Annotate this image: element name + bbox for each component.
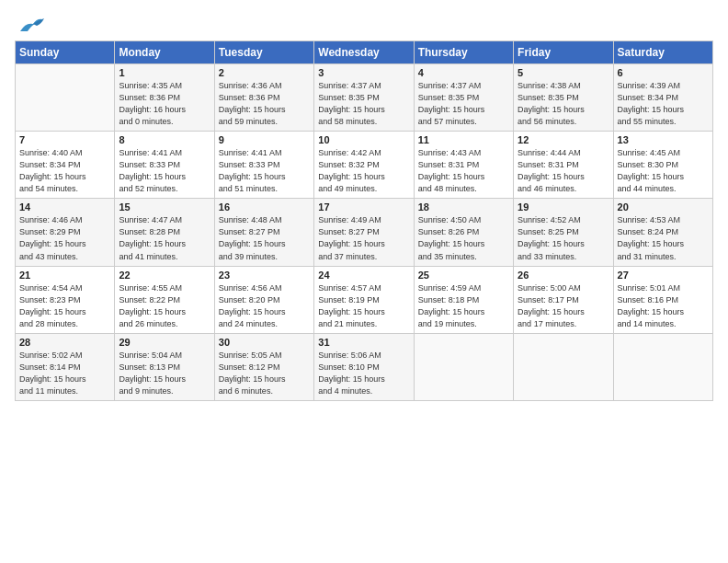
calendar-cell: 20Sunrise: 4:53 AMSunset: 8:24 PMDayligh… [613, 199, 712, 266]
day-number: 5 [518, 67, 609, 78]
day-info: Sunrise: 5:01 AMSunset: 8:16 PMDaylight:… [618, 282, 709, 330]
calendar-cell: 18Sunrise: 4:50 AMSunset: 8:26 PMDayligh… [414, 199, 513, 266]
day-info: Sunrise: 4:53 AMSunset: 8:24 PMDaylight:… [618, 214, 709, 262]
calendar-cell: 1Sunrise: 4:35 AMSunset: 8:36 PMDaylight… [115, 64, 214, 132]
calendar-cell: 25Sunrise: 4:59 AMSunset: 8:18 PMDayligh… [414, 266, 513, 333]
day-info: Sunrise: 4:41 AMSunset: 8:33 PMDaylight:… [119, 147, 210, 195]
calendar-header-row: SundayMondayTuesdayWednesdayThursdayFrid… [16, 41, 713, 64]
day-info: Sunrise: 4:35 AMSunset: 8:36 PMDaylight:… [119, 80, 210, 128]
calendar-cell: 10Sunrise: 4:42 AMSunset: 8:32 PMDayligh… [314, 132, 414, 199]
weekday-header-wednesday: Wednesday [314, 41, 414, 64]
day-info: Sunrise: 4:44 AMSunset: 8:31 PMDaylight:… [518, 147, 609, 195]
calendar-cell: 9Sunrise: 4:41 AMSunset: 8:33 PMDaylight… [214, 132, 313, 199]
day-info: Sunrise: 5:02 AMSunset: 8:14 PMDaylight:… [19, 350, 110, 397]
calendar-cell: 5Sunrise: 4:38 AMSunset: 8:35 PMDaylight… [514, 64, 613, 132]
calendar-cell: 12Sunrise: 4:44 AMSunset: 8:31 PMDayligh… [514, 132, 613, 199]
day-number: 31 [318, 337, 409, 348]
calendar-cell: 8Sunrise: 4:41 AMSunset: 8:33 PMDaylight… [115, 132, 214, 199]
logo [15, 15, 44, 35]
day-number: 13 [618, 134, 709, 145]
logo-bird-icon [18, 15, 44, 35]
day-info: Sunrise: 4:37 AMSunset: 8:35 PMDaylight:… [318, 80, 409, 128]
calendar-cell: 4Sunrise: 4:37 AMSunset: 8:35 PMDaylight… [414, 64, 513, 132]
weekday-header-thursday: Thursday [414, 41, 513, 64]
day-number: 20 [618, 201, 709, 213]
day-info: Sunrise: 4:49 AMSunset: 8:27 PMDaylight:… [318, 214, 409, 262]
calendar-week-row: 7Sunrise: 4:40 AMSunset: 8:34 PMDaylight… [16, 132, 713, 199]
calendar-cell: 26Sunrise: 5:00 AMSunset: 8:17 PMDayligh… [514, 266, 613, 333]
day-number: 2 [219, 67, 310, 78]
day-info: Sunrise: 4:38 AMSunset: 8:35 PMDaylight:… [518, 80, 609, 128]
calendar-cell: 6Sunrise: 4:39 AMSunset: 8:34 PMDaylight… [613, 64, 712, 132]
calendar-cell: 22Sunrise: 4:55 AMSunset: 8:22 PMDayligh… [115, 266, 214, 333]
day-number: 11 [418, 134, 509, 145]
day-info: Sunrise: 4:52 AMSunset: 8:25 PMDaylight:… [518, 214, 609, 262]
day-info: Sunrise: 4:42 AMSunset: 8:32 PMDaylight:… [318, 147, 409, 195]
day-info: Sunrise: 4:57 AMSunset: 8:19 PMDaylight:… [318, 282, 409, 330]
calendar-cell: 21Sunrise: 4:54 AMSunset: 8:23 PMDayligh… [16, 266, 115, 333]
calendar-cell: 31Sunrise: 5:06 AMSunset: 8:10 PMDayligh… [314, 333, 414, 400]
day-number: 14 [19, 201, 110, 213]
day-info: Sunrise: 4:55 AMSunset: 8:22 PMDaylight:… [119, 282, 210, 330]
day-number: 25 [418, 270, 509, 281]
calendar-cell: 14Sunrise: 4:46 AMSunset: 8:29 PMDayligh… [16, 199, 115, 266]
day-info: Sunrise: 4:40 AMSunset: 8:34 PMDaylight:… [19, 147, 110, 195]
day-info: Sunrise: 4:45 AMSunset: 8:30 PMDaylight:… [618, 147, 709, 195]
day-info: Sunrise: 4:48 AMSunset: 8:27 PMDaylight:… [219, 214, 310, 262]
day-number: 16 [219, 201, 310, 213]
day-info: Sunrise: 4:39 AMSunset: 8:34 PMDaylight:… [618, 80, 709, 128]
day-info: Sunrise: 4:41 AMSunset: 8:33 PMDaylight:… [219, 147, 310, 195]
day-number: 29 [119, 337, 210, 348]
calendar-cell: 24Sunrise: 4:57 AMSunset: 8:19 PMDayligh… [314, 266, 414, 333]
calendar-cell: 7Sunrise: 4:40 AMSunset: 8:34 PMDaylight… [16, 132, 115, 199]
day-info: Sunrise: 4:37 AMSunset: 8:35 PMDaylight:… [418, 80, 509, 128]
day-info: Sunrise: 4:54 AMSunset: 8:23 PMDaylight:… [19, 282, 110, 330]
day-info: Sunrise: 5:06 AMSunset: 8:10 PMDaylight:… [318, 350, 409, 397]
weekday-header-sunday: Sunday [16, 41, 115, 64]
calendar-week-row: 28Sunrise: 5:02 AMSunset: 8:14 PMDayligh… [16, 333, 713, 400]
day-info: Sunrise: 4:36 AMSunset: 8:36 PMDaylight:… [219, 80, 310, 128]
calendar-cell: 17Sunrise: 4:49 AMSunset: 8:27 PMDayligh… [314, 199, 414, 266]
calendar-cell: 3Sunrise: 4:37 AMSunset: 8:35 PMDaylight… [314, 64, 414, 132]
calendar-cell: 29Sunrise: 5:04 AMSunset: 8:13 PMDayligh… [115, 333, 214, 400]
day-info: Sunrise: 5:05 AMSunset: 8:12 PMDaylight:… [219, 350, 310, 397]
calendar-cell: 30Sunrise: 5:05 AMSunset: 8:12 PMDayligh… [214, 333, 313, 400]
calendar-cell: 27Sunrise: 5:01 AMSunset: 8:16 PMDayligh… [613, 266, 712, 333]
day-number: 3 [318, 67, 409, 78]
day-info: Sunrise: 4:47 AMSunset: 8:28 PMDaylight:… [119, 214, 210, 262]
day-number: 27 [618, 270, 709, 281]
day-number: 23 [219, 270, 310, 281]
calendar-cell: 23Sunrise: 4:56 AMSunset: 8:20 PMDayligh… [214, 266, 313, 333]
day-number: 1 [119, 67, 210, 78]
calendar-cell: 2Sunrise: 4:36 AMSunset: 8:36 PMDaylight… [214, 64, 313, 132]
day-number: 7 [19, 134, 110, 145]
day-number: 28 [19, 337, 110, 348]
day-info: Sunrise: 5:04 AMSunset: 8:13 PMDaylight:… [119, 350, 210, 397]
day-number: 10 [318, 134, 409, 145]
day-number: 24 [318, 270, 409, 281]
day-info: Sunrise: 4:43 AMSunset: 8:31 PMDaylight:… [418, 147, 509, 195]
day-info: Sunrise: 4:56 AMSunset: 8:20 PMDaylight:… [219, 282, 310, 330]
day-number: 4 [418, 67, 509, 78]
day-info: Sunrise: 4:59 AMSunset: 8:18 PMDaylight:… [418, 282, 509, 330]
day-number: 30 [219, 337, 310, 348]
day-number: 18 [418, 201, 509, 213]
day-number: 8 [119, 134, 210, 145]
weekday-header-friday: Friday [514, 41, 613, 64]
calendar-week-row: 21Sunrise: 4:54 AMSunset: 8:23 PMDayligh… [16, 266, 713, 333]
calendar-cell [16, 64, 115, 132]
weekday-header-monday: Monday [115, 41, 214, 64]
calendar-cell: 28Sunrise: 5:02 AMSunset: 8:14 PMDayligh… [16, 333, 115, 400]
day-info: Sunrise: 4:46 AMSunset: 8:29 PMDaylight:… [19, 214, 110, 262]
calendar-cell: 15Sunrise: 4:47 AMSunset: 8:28 PMDayligh… [115, 199, 214, 266]
calendar-cell [414, 333, 513, 400]
weekday-header-tuesday: Tuesday [214, 41, 313, 64]
day-number: 15 [119, 201, 210, 213]
day-info: Sunrise: 4:50 AMSunset: 8:26 PMDaylight:… [418, 214, 509, 262]
calendar-cell: 13Sunrise: 4:45 AMSunset: 8:30 PMDayligh… [613, 132, 712, 199]
calendar-cell: 16Sunrise: 4:48 AMSunset: 8:27 PMDayligh… [214, 199, 313, 266]
calendar-week-row: 1Sunrise: 4:35 AMSunset: 8:36 PMDaylight… [16, 64, 713, 132]
calendar-cell: 11Sunrise: 4:43 AMSunset: 8:31 PMDayligh… [414, 132, 513, 199]
calendar-cell: 19Sunrise: 4:52 AMSunset: 8:25 PMDayligh… [514, 199, 613, 266]
day-number: 12 [518, 134, 609, 145]
